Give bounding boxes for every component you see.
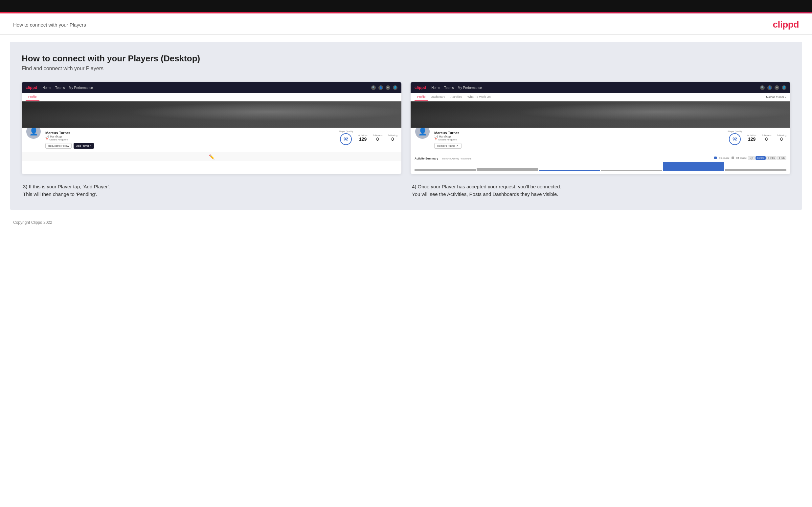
tab-activities-right[interactable]: Activities bbox=[448, 93, 465, 101]
activity-controls: On course Off course 1 yr 6 mths 3 mths … bbox=[714, 156, 786, 160]
activity-chart bbox=[414, 162, 786, 171]
tabs-right-group: Marcus Turner ▾ bbox=[766, 93, 786, 101]
settings-icon-right[interactable]: ⚙ bbox=[774, 85, 779, 90]
globe-icon-left[interactable]: 🌐 bbox=[393, 85, 398, 90]
nav-links-right: Home Teams My Performance bbox=[431, 86, 755, 90]
activity-legend: On course Off course bbox=[714, 157, 746, 159]
bar-4 bbox=[601, 170, 662, 171]
profile-banner-left bbox=[22, 101, 401, 128]
profile-details-left: Marcus Turner 1-5 Handicap 📍 United King… bbox=[45, 130, 335, 149]
activities-stat-left: Activities 129 bbox=[358, 134, 367, 142]
pq-number-right: 92 bbox=[732, 137, 737, 142]
caption-right: 4) Once your Player has accepted your re… bbox=[411, 183, 790, 198]
action-buttons-left: Request to Follow Add Player + bbox=[45, 143, 335, 149]
caption-text-left: 3) If this is your Player tap, 'Add Play… bbox=[23, 183, 400, 198]
app-logo-right: clippd bbox=[414, 85, 426, 90]
tabs-left: Profile bbox=[22, 93, 401, 101]
banner-overlay-left bbox=[22, 101, 401, 128]
clippd-logo: clippd bbox=[773, 19, 799, 30]
pq-number-left: 92 bbox=[344, 137, 348, 142]
pq-circle-right: 92 bbox=[729, 133, 741, 145]
player-location-left: 📍 United Kingdom bbox=[45, 138, 335, 141]
app-navbar-right: clippd Home Teams My Performance 🔍 👤 ⚙ 🌐 bbox=[411, 82, 790, 93]
player-quality-left: Player Quality 92 bbox=[339, 130, 353, 146]
caption-text-right: 4) Once your Player has accepted your re… bbox=[412, 183, 789, 198]
main-content: How to connect with your Players (Deskto… bbox=[10, 42, 802, 210]
time-buttons: 1 yr 6 mths 3 mths 1 mth bbox=[748, 156, 786, 160]
pq-circle-left: 92 bbox=[340, 133, 352, 145]
copyright-text: Copyright Clippd 2022 bbox=[13, 220, 52, 225]
page-header: How to connect with your Players clippd bbox=[0, 13, 812, 35]
on-course-label: On course bbox=[719, 157, 729, 159]
stats-row-left: Player Quality 92 Activities 129 Followe… bbox=[339, 130, 398, 146]
screenshots-row: clippd Home Teams My Performance 🔍 👤 ⚙ 🌐… bbox=[22, 82, 790, 174]
tab-what-to-work-on-right[interactable]: What To Work On bbox=[465, 93, 493, 101]
breadcrumb: How to connect with your Players bbox=[13, 22, 86, 27]
header-divider bbox=[13, 35, 799, 35]
pq-label-left: Player Quality bbox=[339, 130, 353, 132]
captions-row: 3) If this is your Player tap, 'Add Play… bbox=[22, 183, 790, 198]
time-btn-6mths[interactable]: 6 mths bbox=[756, 156, 766, 160]
main-title: How to connect with your Players (Deskto… bbox=[22, 54, 790, 64]
nav-icons-left: 🔍 👤 ⚙ 🌐 bbox=[371, 85, 398, 90]
off-course-legend-dot bbox=[731, 157, 734, 159]
location-pin-right: 📍 bbox=[434, 138, 438, 141]
player-quality-right: Player Quality 92 bbox=[727, 130, 742, 146]
following-stat-right: Following 0 bbox=[776, 134, 786, 142]
stats-row-right: Player Quality 92 Activities 129 Followe… bbox=[727, 130, 786, 146]
top-bar bbox=[0, 0, 812, 12]
nav-home-right[interactable]: Home bbox=[431, 86, 440, 90]
off-course-label: Off course bbox=[736, 157, 747, 159]
player-dropdown-label[interactable]: Marcus Turner bbox=[766, 96, 784, 99]
settings-icon-left[interactable]: ⚙ bbox=[386, 85, 390, 90]
remove-x-icon: ✕ bbox=[456, 145, 459, 147]
avatar-icon-right: 👤 bbox=[418, 127, 427, 136]
player-handicap-left: 1-5 Handicap bbox=[45, 135, 335, 138]
bar-1 bbox=[414, 169, 476, 171]
pq-label-right: Player Quality bbox=[727, 130, 742, 132]
search-icon-left[interactable]: 🔍 bbox=[371, 85, 376, 90]
bar-3 bbox=[539, 170, 600, 171]
add-player-button[interactable]: Add Player + bbox=[73, 143, 94, 149]
globe-icon-right[interactable]: 🌐 bbox=[782, 85, 786, 90]
banner-overlay-right bbox=[411, 101, 790, 128]
user-icon-right[interactable]: 👤 bbox=[767, 85, 772, 90]
activities-stat-right: Activities 129 bbox=[747, 134, 757, 142]
tab-dashboard-right[interactable]: Dashboard bbox=[428, 93, 448, 101]
nav-links-left: Home Teams My Performance bbox=[42, 86, 366, 90]
dropdown-chevron[interactable]: ▾ bbox=[785, 96, 786, 99]
main-subtitle: Find and connect with your Players bbox=[22, 66, 790, 71]
activity-subtitle: Monthly Activity · 6 Months bbox=[442, 157, 471, 160]
screenshot-left: clippd Home Teams My Performance 🔍 👤 ⚙ 🌐… bbox=[22, 82, 401, 174]
request-follow-button[interactable]: Request to Follow bbox=[45, 143, 71, 149]
tabs-left-group: Profile Dashboard Activities What To Wor… bbox=[414, 93, 493, 101]
location-pin-left: 📍 bbox=[45, 138, 49, 141]
profile-info-right: 👤 Marcus Turner 1-5 Handicap 📍 United Ki… bbox=[411, 128, 790, 152]
tab-profile-right[interactable]: Profile bbox=[414, 93, 428, 101]
profile-banner-right bbox=[411, 101, 790, 128]
activity-title: Activity Summary bbox=[414, 157, 438, 160]
nav-myperformance-right[interactable]: My Performance bbox=[458, 86, 481, 90]
search-icon-right[interactable]: 🔍 bbox=[760, 85, 765, 90]
remove-player-button[interactable]: Remove Player ✕ bbox=[434, 143, 461, 149]
bar-6 bbox=[725, 169, 786, 171]
tabs-right: Profile Dashboard Activities What To Wor… bbox=[411, 93, 790, 101]
pen-icon-left: ✏️ bbox=[209, 154, 214, 160]
time-btn-3mths[interactable]: 3 mths bbox=[766, 156, 776, 160]
nav-home-left[interactable]: Home bbox=[42, 86, 51, 90]
nav-myperformance-left[interactable]: My Performance bbox=[69, 86, 93, 90]
followers-stat-left: Followers 0 bbox=[372, 134, 383, 142]
app-navbar-left: clippd Home Teams My Performance 🔍 👤 ⚙ 🌐 bbox=[22, 82, 401, 93]
on-course-legend-dot bbox=[714, 157, 717, 159]
bar-5 bbox=[663, 162, 724, 171]
nav-teams-right[interactable]: Teams bbox=[444, 86, 454, 90]
time-btn-1mth[interactable]: 1 mth bbox=[777, 156, 786, 160]
nav-teams-left[interactable]: Teams bbox=[55, 86, 65, 90]
time-btn-1yr[interactable]: 1 yr bbox=[748, 156, 755, 160]
following-stat-left: Following 0 bbox=[388, 134, 398, 142]
tab-profile-left[interactable]: Profile bbox=[26, 93, 39, 101]
avatar-icon-left: 👤 bbox=[29, 127, 38, 136]
action-buttons-right: Remove Player ✕ bbox=[434, 143, 724, 149]
profile-details-right: Marcus Turner 1-5 Handicap 📍 United King… bbox=[434, 130, 724, 149]
user-icon-left[interactable]: 👤 bbox=[378, 85, 383, 90]
